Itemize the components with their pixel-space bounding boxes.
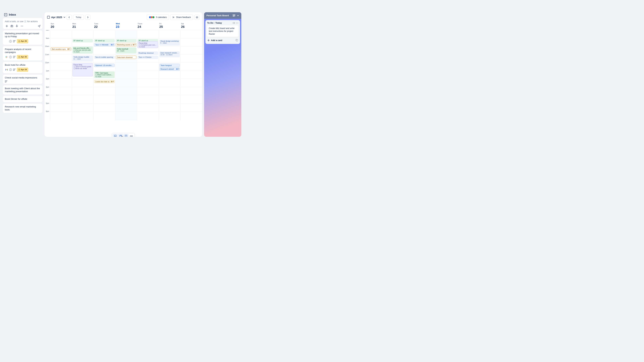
svg-rect-17 <box>131 135 132 137</box>
svg-rect-8 <box>6 57 7 58</box>
cal-event[interactable]: XF stand up <box>94 39 115 42</box>
cal-event[interactable]: Focus time▢ Taco<>Chorizo goals▢ Book ca… <box>72 63 93 76</box>
inbox-card[interactable]: Research new email marketing tools <box>3 104 42 113</box>
day-header[interactable]: Sat26 <box>180 22 202 30</box>
chevron-down-icon[interactable] <box>237 14 239 16</box>
day-header[interactable]: Wed23 <box>115 22 137 30</box>
day-col[interactable]: Visual design workshop9 - 10amUser resea… <box>159 30 180 120</box>
day-col[interactable]: XF stand upFocus time▢ Complete peer rev… <box>137 30 159 120</box>
svg-rect-2 <box>16 25 17 26</box>
day-name: Wed <box>116 23 136 25</box>
today-button[interactable]: Today <box>73 15 84 20</box>
time-label: 12pm <box>44 62 50 70</box>
inbox-card[interactable]: Book meeting with Client about the marke… <box>3 85 42 94</box>
template-icon[interactable] <box>236 39 238 41</box>
ev-title: Ads and friends office h... <box>74 47 92 49</box>
cal-event[interactable]: Optional: US enrollment <box>94 64 115 67</box>
calendar-icon <box>47 16 50 18</box>
cal-event[interactable]: Data team shareout <box>116 56 136 59</box>
svg-point-4 <box>22 26 22 26</box>
date-pill[interactable]: Apr 25 <box>17 39 28 43</box>
camera-icon[interactable] <box>10 25 13 27</box>
day-header[interactable]: Tues22 <box>94 22 115 30</box>
cal-event[interactable]: Leads due date al..4 <box>94 80 115 83</box>
next-week-button[interactable] <box>85 15 90 20</box>
view-calendar-button[interactable] <box>118 134 123 137</box>
cal-event[interactable]: Taco <> Michelle2 <box>94 43 115 46</box>
mic-icon[interactable] <box>16 25 18 27</box>
day-num: 26 <box>181 25 202 29</box>
date-pill[interactable]: Apr 25 <box>17 55 28 59</box>
cal-event[interactable]: Roadmap shareout <box>138 51 158 55</box>
ev-title: Optional: US enrollment <box>95 64 114 66</box>
svg-point-1 <box>12 26 12 27</box>
inbox-input-card[interactable]: Add a todo, or use / for actions <box>3 18 42 29</box>
cal-title-wrap[interactable]: Apr 2025 <box>47 16 66 19</box>
inbox-card[interactable]: Prepare analysis of recent campaignsiApr… <box>3 46 42 60</box>
add-card-button[interactable]: Add a card <box>207 38 238 42</box>
svg-point-24 <box>238 23 238 23</box>
ev-title: XF stand up <box>95 39 114 41</box>
day-col[interactable]: XF stand upAds and friends office h...▢ … <box>72 30 94 120</box>
cal-event[interactable]: Marketing assets a3 <box>116 43 136 46</box>
inbox-card[interactable]: Book hotel for offsiteiApr 24 <box>3 62 42 73</box>
cal-event[interactable]: Trello design huddle11 - 12pm <box>72 55 93 61</box>
more-icon[interactable] <box>21 25 23 27</box>
cal-event[interactable]: Ads and friends office h...▢ Discuss new… <box>72 46 93 54</box>
date-pill[interactable]: Apr 24 <box>17 68 28 72</box>
day-col[interactable]: XF stand upTaco <> Michelle2Taco & mobil… <box>94 30 115 120</box>
settings-button[interactable] <box>194 15 200 20</box>
cal-event[interactable]: Team hangout <box>159 64 180 67</box>
view-inbox-button[interactable] <box>113 134 118 137</box>
cal-event[interactable]: XF stand up <box>72 39 93 42</box>
day-header[interactable]: Mon21 <box>72 22 94 30</box>
list-more-icon[interactable] <box>236 22 238 24</box>
info-icon[interactable]: i <box>9 40 12 42</box>
send-icon[interactable] <box>38 25 40 27</box>
board-view-icon[interactable] <box>232 14 235 17</box>
task-card[interactable]: Create blitz board and write test instru… <box>207 25 238 37</box>
info-icon[interactable]: i <box>9 56 12 58</box>
svg-rect-11 <box>7 69 8 70</box>
plus-icon[interactable] <box>6 25 8 27</box>
day-header[interactable]: Sun20 <box>50 22 72 30</box>
inbox-card-meta: iApr 24 <box>5 68 40 72</box>
share-feedback-button[interactable]: Share feedback <box>170 14 193 20</box>
ev-time: 10:30 - 11:30am <box>160 54 179 56</box>
inbox-card[interactable]: Book Dinner for offsite <box>3 96 42 102</box>
prev-week-button[interactable] <box>67 15 72 20</box>
day-header[interactable]: Thurs24 <box>137 22 159 30</box>
inbox-card[interactable]: Marketing presentation got moved up to F… <box>3 30 42 45</box>
collapse-icon[interactable] <box>233 22 235 24</box>
info-icon[interactable]: i <box>9 68 12 71</box>
cal-event[interactable]: Trello townhall10 - 11am <box>116 47 136 53</box>
day-col[interactable] <box>180 30 202 120</box>
time-label: 2pm <box>44 78 50 86</box>
day-col[interactable]: XF stand upMarketing assets a3Trello tow… <box>115 30 137 120</box>
board-header: Personal Task Board <box>204 12 241 19</box>
view-board-button[interactable] <box>129 134 134 137</box>
cal-event[interactable]: User research session #410:30 - 11:30am <box>159 51 180 57</box>
cal-event[interactable]: Taco <> Chorizo <box>138 56 158 59</box>
calendars-pill[interactable]: 3 calendars <box>147 14 169 20</box>
cal-event[interactable]: Focus time▢ Complete peer revi...+1 more <box>138 41 158 48</box>
list-title: To Do - Today <box>207 22 232 24</box>
cal-event[interactable]: XF stand up <box>116 39 136 42</box>
day-col[interactable]: Bali vacation sync5 <box>50 30 72 120</box>
cal-event[interactable]: Taco & mobile sparring <box>94 56 115 59</box>
cal-event[interactable]: Research debrief3 <box>159 67 180 71</box>
view-columns-button[interactable] <box>124 134 128 137</box>
cal-event[interactable]: TPR: Card types▢ Watch loom before...+1 … <box>94 71 115 78</box>
cal-event[interactable]: Visual design workshop9 - 10am <box>159 39 180 45</box>
ev-more: +1 more <box>139 46 157 48</box>
day-num: 24 <box>138 25 158 29</box>
cal-event[interactable]: Bali vacation sync5 <box>51 47 71 51</box>
ev-title: XF stand up <box>74 39 92 41</box>
view-switcher <box>112 133 135 137</box>
inbox-card-text: Book hotel for offsite <box>5 63 40 66</box>
inbox-card[interactable]: Check social media impressions <box>3 75 42 84</box>
day-num: 22 <box>94 25 114 29</box>
day-header[interactable]: Fri25 <box>159 22 180 30</box>
week-grid[interactable]: Bali vacation sync5XF stand upAds and fr… <box>50 30 202 120</box>
ev-time: 9 - 10am <box>160 42 179 44</box>
